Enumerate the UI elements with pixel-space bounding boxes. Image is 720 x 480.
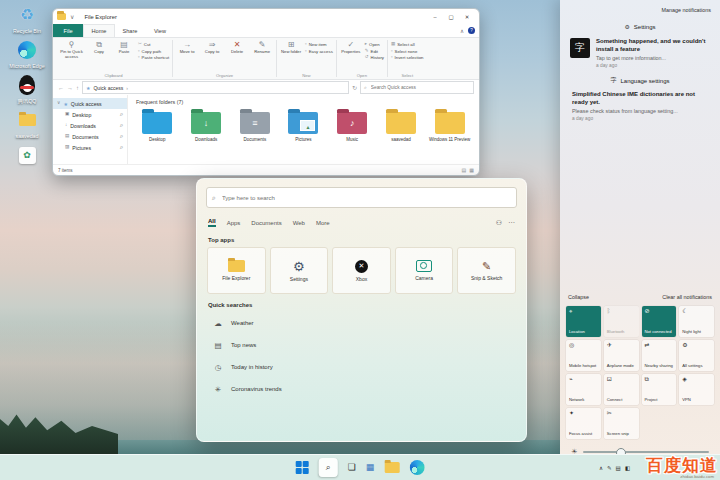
view-thumbnails-icon[interactable]: ▦ (469, 167, 474, 173)
tab-documents[interactable]: Documents (251, 220, 281, 226)
quick-action-project[interactable]: ⧉ Project (642, 374, 677, 405)
quick-action-screen-snip[interactable]: ✂ Screen snip (604, 408, 639, 439)
folder-tile-music[interactable]: ♪ Music (329, 109, 376, 142)
tab-share[interactable]: Share (115, 24, 145, 37)
quick-action-focus-assist[interactable]: ✦ Focus assist (566, 408, 601, 439)
explorer-search-input[interactable] (369, 84, 470, 91)
tab-web[interactable]: Web (293, 220, 305, 226)
quick-action-vpn[interactable]: ◈ VPN (679, 374, 714, 405)
sidebar-item-quick-access[interactable]: ∨ ★ Quick access (53, 98, 127, 109)
select-none-button[interactable]: ▫Select none (391, 49, 424, 54)
top-app-settings[interactable]: ⚙ Settings (270, 247, 329, 294)
folder-tile-downloads[interactable]: ↓ Downloads (183, 109, 230, 142)
paste-button[interactable]: ▤ Paste (113, 40, 135, 55)
quick-action-night-light[interactable]: ☾ Night light (679, 306, 714, 337)
desktop-icon-qq[interactable]: 腾讯QQ (5, 74, 49, 104)
top-app-file-explorer[interactable]: File Explorer (207, 247, 266, 294)
manage-notifications-link[interactable]: Manage notifications (560, 0, 720, 15)
folder-tile-documents[interactable]: ≡ Documents (231, 109, 278, 142)
select-all-button[interactable]: ▦Select all (391, 42, 424, 47)
close-button[interactable]: ✕ (459, 10, 475, 23)
tab-view[interactable]: View (145, 24, 175, 37)
pin-to-quick-access-button[interactable]: ⚲ Pin to Quick access (58, 40, 85, 60)
search-box[interactable]: ⌕ (206, 187, 517, 208)
copy-button[interactable]: ⧉ Copy (88, 40, 110, 55)
quick-action-mobile-hotspot[interactable]: ◎ Mobile hotspot (566, 340, 601, 371)
tab-all[interactable]: All (208, 218, 216, 227)
quick-action-not-connected[interactable]: ⊘ Not connected (642, 306, 677, 337)
notification-ime-dictionaries[interactable]: Simplified Chinese IME dictionaries are … (572, 91, 708, 121)
copy-to-button[interactable]: ⇒ Copy to (201, 40, 223, 55)
taskbar-edge-button[interactable] (409, 460, 424, 475)
maximize-button[interactable]: ▢ (443, 10, 459, 23)
quick-action-all-settings[interactable]: ⚙ All settings (679, 340, 714, 371)
minimize-button[interactable]: – (427, 10, 443, 23)
sidebar-item-downloads[interactable]: ↓ Downloads ⚲ (53, 120, 127, 131)
title-bar[interactable]: ∨ File Explorer – ▢ ✕ (53, 9, 479, 24)
quick-search-top-news[interactable]: ▤ Top news (197, 334, 526, 356)
top-app-camera[interactable]: Camera (395, 247, 454, 294)
top-app-xbox[interactable]: ✕ Xbox (332, 247, 391, 294)
expander-icon[interactable]: ∨ (57, 101, 60, 106)
quick-search-today-in-history[interactable]: ◷ Today in history (197, 356, 526, 378)
notification-install-feature[interactable]: 字 Something happened, and we couldn't in… (570, 38, 710, 68)
desktop-icon-recycle-bin[interactable]: ♻ Recycle Bin (5, 4, 49, 34)
move-to-button[interactable]: → Move to (176, 40, 198, 55)
desktop-icon-folder[interactable]: saavedad (5, 109, 49, 139)
tab-file[interactable]: File (53, 24, 83, 37)
quick-action-bluetooth[interactable]: ᛒ Bluetooth (604, 306, 639, 337)
clear-all-notifications-link[interactable]: Clear all notifications (662, 294, 712, 300)
view-details-icon[interactable]: ▤ (462, 167, 467, 173)
language-settings-group-header[interactable]: 字 Language settings (560, 76, 720, 85)
quick-access-toolbar-icon[interactable]: ∨ (70, 14, 74, 20)
new-folder-button[interactable]: ⊞ New folder (280, 40, 302, 55)
collapse-ribbon-icon[interactable]: ∧ (460, 28, 464, 34)
quick-action-airplane-mode[interactable]: ✈ Airplane mode (604, 340, 639, 371)
forward-button[interactable]: → (67, 85, 73, 91)
easy-access-button[interactable]: ▫Easy access (305, 49, 333, 54)
quick-action-location[interactable]: ⌖ Location (566, 306, 601, 337)
quick-search-coronavirus-trends[interactable]: ✳ Coronavirus trends (197, 378, 526, 400)
breadcrumb[interactable]: ★ Quick access › (82, 81, 349, 94)
search-input[interactable] (220, 194, 511, 202)
folder-tile-desktop[interactable]: Desktop (134, 109, 181, 142)
start-button[interactable] (296, 461, 309, 474)
settings-group-header[interactable]: ⚙ Settings (560, 23, 720, 30)
tray-network-icon[interactable]: ▤ (616, 465, 621, 471)
tray-pen-icon[interactable]: ✎ (607, 465, 612, 471)
desktop-icon-edge[interactable]: Microsoft Edge (5, 39, 49, 69)
new-item-button[interactable]: ▫New item (305, 42, 333, 47)
taskbar-file-explorer-button[interactable] (384, 462, 399, 473)
back-button[interactable]: ← (58, 85, 64, 91)
invert-selection-button[interactable]: ▫Invert selection (391, 55, 424, 60)
edit-button[interactable]: ✎Edit (365, 49, 384, 54)
quick-search-weather[interactable]: ☁ Weather (197, 312, 526, 334)
sidebar-item-desktop[interactable]: ▣ Desktop ⚲ (53, 109, 127, 120)
tray-chevron-up-icon[interactable]: ∧ (599, 465, 603, 471)
copy-path-button[interactable]: ▫Copy path (138, 49, 169, 54)
help-icon[interactable]: ? (468, 27, 475, 34)
taskbar-search-button[interactable]: ⌕ (319, 458, 338, 477)
delete-button[interactable]: ✕ Delete (226, 40, 248, 55)
properties-button[interactable]: ✓ Properties (340, 40, 362, 55)
desktop-icon-app[interactable]: ✿ (5, 144, 49, 168)
widgets-button[interactable]: ▦ (366, 463, 375, 472)
cut-button[interactable]: ✂Cut (138, 42, 169, 47)
history-button[interactable]: ↺History (365, 55, 384, 60)
tab-home[interactable]: Home (83, 24, 115, 37)
more-options-icon[interactable]: ⋯ (508, 219, 515, 227)
section-header[interactable]: Frequent folders (7) (136, 99, 473, 105)
folder-tile-pictures[interactable]: ▲ Pictures (280, 109, 327, 142)
folder-tile-windows-11-preview[interactable]: Windows 11 Preview (426, 109, 473, 142)
refresh-button[interactable]: ↻ (352, 85, 357, 91)
quick-action-connect[interactable]: ⊡ Connect (604, 374, 639, 405)
account-icon[interactable]: ⚇ (496, 219, 502, 227)
sidebar-item-documents[interactable]: ▤ Documents ⚲ (53, 131, 127, 142)
explorer-search-box[interactable]: ⌕ (360, 81, 474, 94)
quick-action-network[interactable]: ⌁ Network (566, 374, 601, 405)
open-button[interactable]: ▸Open (365, 42, 384, 47)
task-view-button[interactable]: ❏ (348, 463, 356, 472)
paste-shortcut-button[interactable]: ▫Paste shortcut (138, 55, 169, 60)
sidebar-item-pictures[interactable]: ▨ Pictures ⚲ (53, 142, 127, 153)
top-app-snip-sketch[interactable]: ✎ Snip & Sketch (457, 247, 516, 294)
